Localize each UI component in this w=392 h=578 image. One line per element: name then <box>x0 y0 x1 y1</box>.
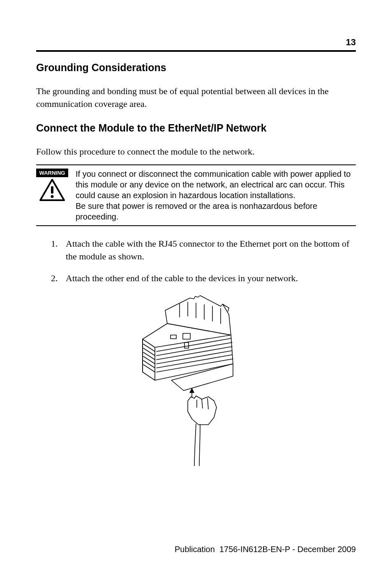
svg-line-12 <box>143 356 155 364</box>
svg-line-10 <box>143 348 155 356</box>
warning-left-col: WARNING <box>36 169 68 222</box>
svg-point-2 <box>51 195 54 198</box>
svg-rect-21 <box>171 335 176 339</box>
warning-label: WARNING <box>36 169 68 177</box>
page-number: 13 <box>36 37 356 48</box>
svg-marker-25 <box>190 388 194 393</box>
svg-line-13 <box>143 361 155 368</box>
step-1: Attach the cable with the RJ45 connector… <box>51 238 356 263</box>
svg-rect-1 <box>51 186 53 194</box>
step-2: Attach the other end of the cable to the… <box>51 272 356 285</box>
heading-connect: Connect the Module to the EtherNet/IP Ne… <box>36 122 356 134</box>
svg-line-19 <box>157 355 232 368</box>
warning-text: If you connect or disconnect the communi… <box>76 169 356 222</box>
warning-callout: WARNING If you connect or disconnect the… <box>36 164 356 226</box>
procedure-list: Attach the cable with the RJ45 connector… <box>36 238 356 284</box>
footer-prefix: Publication <box>175 545 215 554</box>
svg-rect-22 <box>183 333 190 339</box>
svg-line-20 <box>157 359 233 372</box>
svg-line-17 <box>157 347 232 360</box>
warning-text-body: If you connect or disconnect the communi… <box>76 169 350 200</box>
heading-grounding: Grounding Considerations <box>36 62 356 74</box>
svg-line-18 <box>157 351 232 364</box>
footer-code: 1756-IN612B-EN-P - December 2009 <box>219 545 356 554</box>
svg-line-9 <box>143 344 155 351</box>
footer-publication: Publication 1756-IN612B-EN-P - December … <box>175 545 356 554</box>
module-diagram <box>36 294 356 468</box>
paragraph-grounding: The grounding and bonding must be of equ… <box>36 85 356 111</box>
svg-line-11 <box>143 352 155 360</box>
svg-line-15 <box>157 338 231 351</box>
warning-triangle-icon <box>39 179 65 201</box>
warning-text-caution: Be sure that power is removed or the are… <box>76 201 317 221</box>
svg-rect-23 <box>184 342 189 348</box>
svg-line-14 <box>143 365 155 372</box>
paragraph-connect: Follow this procedure to connect the mod… <box>36 146 356 158</box>
top-rule <box>36 50 356 52</box>
svg-line-16 <box>157 342 232 356</box>
